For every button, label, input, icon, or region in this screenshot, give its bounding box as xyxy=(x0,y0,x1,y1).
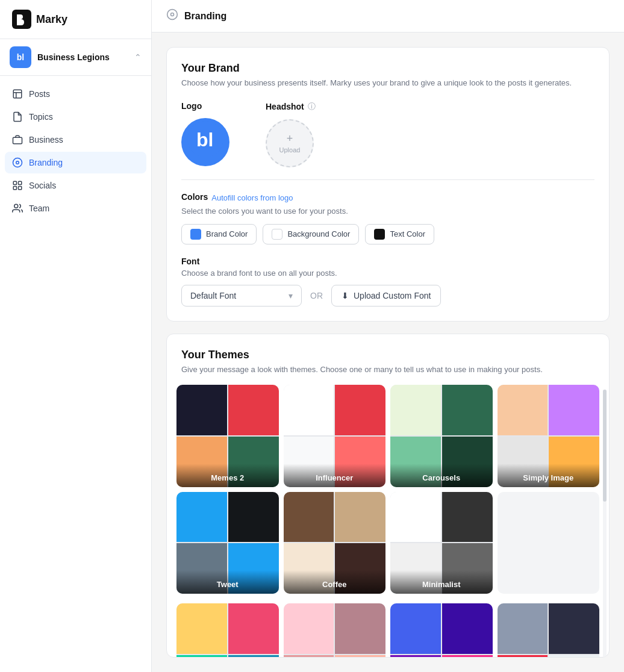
brand-color-label: Brand Color xyxy=(206,229,248,238)
color-buttons: Brand Color Background Color Text Color xyxy=(181,224,594,244)
account-switcher[interactable]: bl Business Legions ⌃ xyxy=(0,39,151,76)
svg-rect-1 xyxy=(13,90,22,98)
background-color-button[interactable]: Background Color xyxy=(263,224,359,244)
svg-point-11 xyxy=(14,204,18,208)
svg-point-5 xyxy=(13,158,22,167)
topics-icon xyxy=(12,111,23,122)
theme-influencer[interactable]: Influencer xyxy=(284,385,386,487)
theme-simply-image[interactable]: Simply Image xyxy=(498,385,600,487)
info-icon: ⓘ xyxy=(308,101,316,112)
font-select[interactable]: Default Font ▾ xyxy=(181,285,302,306)
app-logo: Marky xyxy=(0,0,151,39)
upload-font-button[interactable]: ⬇ Upload Custom Font xyxy=(331,285,441,306)
themes-grid: Memes 2 Influencer xyxy=(167,385,609,603)
theme-minimalist[interactable]: Minimalist xyxy=(390,492,493,594)
svg-point-12 xyxy=(167,10,178,20)
logo-preview: bl xyxy=(181,118,229,166)
main-nav: Posts Topics Business Branding Socials xyxy=(0,76,151,226)
svg-rect-9 xyxy=(13,187,16,190)
headshot-upload-button[interactable]: + Upload xyxy=(266,119,314,167)
main-panel: Branding Your Brand Choose how your busi… xyxy=(152,0,624,672)
sidebar-item-team[interactable]: Team xyxy=(5,198,146,219)
colors-label: Colors xyxy=(181,192,208,202)
socials-icon xyxy=(12,180,23,191)
logo-headshot-row: Logo bl Headshot ⓘ xyxy=(181,101,594,167)
font-desc: Choose a brand font to use on all your p… xyxy=(181,269,594,278)
theme-coffee[interactable]: Coffee xyxy=(284,492,386,594)
topbar: Branding xyxy=(152,0,624,33)
colors-desc: Select the colors you want to use for yo… xyxy=(181,207,594,216)
topbar-branding-icon xyxy=(166,8,178,23)
svg-rect-4 xyxy=(13,137,22,144)
autofill-link[interactable]: Autofill colors from logo xyxy=(211,193,293,202)
theme-label: Influencer xyxy=(284,464,386,487)
text-color-label: Text Color xyxy=(390,229,425,238)
sidebar-item-label: Topics xyxy=(29,112,53,122)
background-color-label: Background Color xyxy=(287,229,350,238)
logo-icon xyxy=(12,10,31,29)
theme-label: Coffee xyxy=(284,570,386,594)
sidebar-item-business[interactable]: Business xyxy=(5,129,146,151)
chevron-down-icon: ⌃ xyxy=(134,52,142,62)
brand-card-subtitle: Choose how your business presents itself… xyxy=(181,77,594,89)
posts-icon xyxy=(12,89,23,99)
themes-card: Your Themes Give your message a look wit… xyxy=(166,334,610,658)
plus-icon: + xyxy=(287,132,293,145)
sidebar-item-topics[interactable]: Topics xyxy=(5,106,146,128)
logo-preview-text: bl xyxy=(187,121,223,163)
main-content: Your Brand Choose how your business pres… xyxy=(152,33,624,672)
upload-icon: ⬇ xyxy=(342,291,349,300)
headshot-upload-label: Upload xyxy=(279,146,301,154)
account-name: Business Legions xyxy=(37,52,110,62)
theme-partial3[interactable] xyxy=(390,603,493,658)
theme-label: Memes 2 xyxy=(176,464,279,487)
svg-rect-7 xyxy=(13,181,16,184)
sidebar-item-label: Branding xyxy=(29,158,63,167)
theme-partial1[interactable] xyxy=(176,603,279,658)
colors-section: Colors Autofill colors from logo Select … xyxy=(181,192,594,244)
sidebar-item-socials[interactable]: Socials xyxy=(5,175,146,196)
logo-label: Logo xyxy=(181,101,229,111)
upload-font-label: Upload Custom Font xyxy=(354,291,431,300)
theme-carousels[interactable]: Carousels xyxy=(390,385,493,487)
brand-color-button[interactable]: Brand Color xyxy=(181,224,257,244)
scroll-thumb xyxy=(603,390,607,502)
theme-memes2[interactable]: Memes 2 xyxy=(176,385,279,487)
business-icon xyxy=(12,134,23,145)
divider xyxy=(181,179,594,180)
svg-rect-8 xyxy=(19,181,22,184)
themes-subtitle: Give your message a look with themes. Ch… xyxy=(181,364,594,376)
themes-title: Your Themes xyxy=(181,349,594,361)
theme-empty xyxy=(498,492,600,594)
theme-tweet[interactable]: Tweet xyxy=(176,492,279,594)
sidebar-item-posts[interactable]: Posts xyxy=(5,83,146,105)
text-color-swatch xyxy=(374,229,385,240)
font-row: Default Font ▾ OR ⬇ Upload Custom Font xyxy=(181,285,594,306)
font-label: Font xyxy=(181,257,594,266)
app-name: Marky xyxy=(36,13,67,26)
sidebar-item-label: Business xyxy=(29,135,63,145)
brand-card-title: Your Brand xyxy=(181,62,594,75)
sidebar-item-label: Socials xyxy=(29,181,56,190)
text-color-button[interactable]: Text Color xyxy=(365,224,434,244)
theme-label: Minimalist xyxy=(390,570,493,594)
theme-partial4[interactable] xyxy=(498,603,600,658)
font-section: Font Choose a brand font to use on all y… xyxy=(181,257,594,306)
branding-icon xyxy=(12,157,23,168)
account-info: bl Business Legions xyxy=(10,46,110,68)
headshot-section: Headshot ⓘ + Upload xyxy=(266,101,316,167)
scroll-track xyxy=(603,390,607,658)
svg-rect-10 xyxy=(19,187,22,190)
sidebar-item-branding[interactable]: Branding xyxy=(5,152,146,173)
themes-grid-row2 xyxy=(167,603,609,658)
chevron-down-icon: ▾ xyxy=(289,291,293,300)
theme-label: Tweet xyxy=(176,570,279,594)
theme-partial2[interactable] xyxy=(284,603,386,658)
background-color-swatch xyxy=(272,229,282,240)
theme-label: Simply Image xyxy=(498,464,600,487)
font-select-value: Default Font xyxy=(190,291,236,300)
svg-point-13 xyxy=(171,13,174,16)
team-icon xyxy=(12,203,23,214)
theme-label: Carousels xyxy=(390,464,493,487)
brand-color-swatch xyxy=(190,229,201,240)
